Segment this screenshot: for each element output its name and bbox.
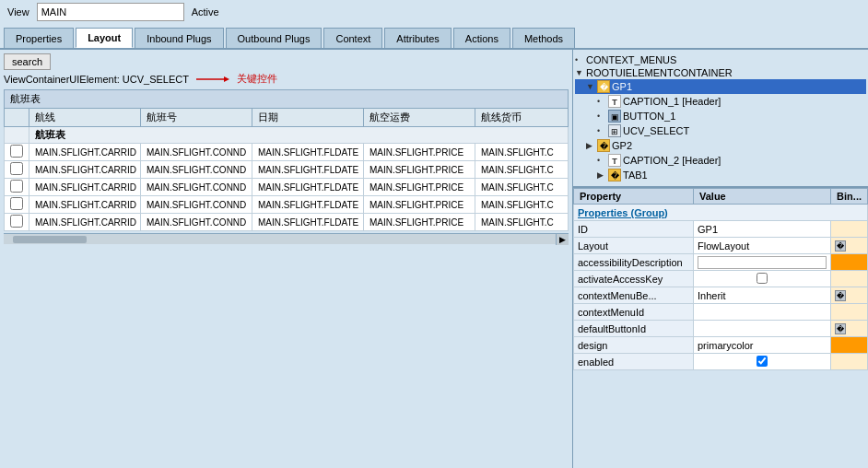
table-row: MAIN.SFLIGHT.CARRIDMAIN.SFLIGHT.CONNDMAI… bbox=[5, 179, 569, 196]
top-bar: View Active bbox=[0, 0, 868, 24]
prop-name: accessibilityDescription bbox=[574, 254, 694, 271]
row-checkbox[interactable] bbox=[10, 145, 23, 158]
prop-group-label: Properties (Group) bbox=[574, 205, 868, 221]
prop-row: contextMenuId bbox=[574, 304, 868, 321]
row-checkbox[interactable] bbox=[10, 215, 23, 228]
prop-row: IDGP1 bbox=[574, 221, 868, 238]
tree-expand-arrow: • bbox=[597, 156, 608, 165]
prop-value bbox=[694, 304, 831, 321]
tab-outbound-plugs[interactable]: Outbound Plugs bbox=[226, 28, 323, 48]
tree-item[interactable]: ▶ � GP2 bbox=[575, 138, 866, 153]
table-cell: MAIN.SFLIGHT.C bbox=[475, 144, 568, 161]
tree-item[interactable]: • CONTEXT_MENUS bbox=[575, 53, 866, 66]
prop-name: activateAccessKey bbox=[574, 271, 694, 287]
props-col-value: Value bbox=[694, 189, 831, 205]
table-cell: MAIN.SFLIGHT.PRICE bbox=[363, 196, 475, 214]
folder-icon: � bbox=[597, 139, 610, 152]
data-table: 航线 航班号 日期 航空运费 航线货币 航班表 MAIN.SFLIGHT.CAR… bbox=[4, 108, 569, 231]
tree-item[interactable]: ▶ � TAB1 bbox=[575, 168, 866, 182]
prop-bind-icon[interactable]: � bbox=[835, 323, 846, 334]
prop-bind-icon[interactable]: � bbox=[835, 290, 846, 301]
tab-attributes[interactable]: Attributes bbox=[384, 28, 451, 48]
tree-expand-arrow[interactable]: ▼ bbox=[586, 82, 597, 91]
table-cell: MAIN.SFLIGHT.FLDATE bbox=[252, 214, 363, 231]
left-panel: search ViewContainerUIElement: UCV_SELEC… bbox=[0, 50, 573, 468]
prop-row: defaultButtonId� bbox=[574, 321, 868, 337]
scroll-right-arrow[interactable]: ▶ bbox=[556, 234, 569, 245]
tree-container: • CONTEXT_MENUS▼ ROOTUIELEMENTCONTAINER▼… bbox=[575, 53, 866, 182]
tree-section: • CONTEXT_MENUS▼ ROOTUIELEMENTCONTAINER▼… bbox=[573, 50, 868, 188]
tree-item-label: CAPTION_1 [Header] bbox=[623, 96, 721, 107]
right-panel: • CONTEXT_MENUS▼ ROOTUIELEMENTCONTAINER▼… bbox=[573, 50, 868, 468]
tree-item[interactable]: • ⊞ UCV_SELECT bbox=[575, 123, 866, 138]
horizontal-scrollbar[interactable]: ▶ bbox=[4, 233, 569, 244]
row-checkbox[interactable] bbox=[10, 180, 23, 193]
tree-expand-arrow[interactable]: ▼ bbox=[575, 68, 586, 77]
tab-context[interactable]: Context bbox=[323, 28, 382, 48]
table-cell: MAIN.SFLIGHT.CARRID bbox=[29, 144, 141, 161]
table-cell: MAIN.SFLIGHT.PRICE bbox=[363, 214, 475, 231]
prop-value: Inherit bbox=[694, 287, 831, 304]
button-icon: ▣ bbox=[608, 110, 621, 123]
tree-item-label: GP1 bbox=[612, 81, 632, 92]
tree-item[interactable]: ▼ ROOTUIELEMENTCONTAINER bbox=[575, 66, 866, 79]
table-cell: MAIN.SFLIGHT.C bbox=[475, 179, 568, 196]
prop-checkbox[interactable] bbox=[757, 273, 768, 284]
col-checkbox-header bbox=[5, 109, 29, 127]
tree-item[interactable]: • T CAPTION_2 [Header] bbox=[575, 153, 866, 168]
tab-properties[interactable]: Properties bbox=[4, 28, 74, 48]
row-checkbox[interactable] bbox=[10, 197, 23, 210]
folder-icon: � bbox=[597, 80, 610, 93]
prop-input[interactable] bbox=[698, 256, 827, 269]
tree-expand-arrow[interactable]: ▶ bbox=[597, 170, 608, 180]
arrow-icon bbox=[194, 73, 231, 86]
tree-item-label: TAB1 bbox=[623, 170, 648, 181]
prop-bind-icon[interactable]: � bbox=[835, 240, 846, 252]
prop-bind-cell: � bbox=[831, 287, 868, 304]
tab-methods[interactable]: Methods bbox=[512, 28, 575, 48]
prop-name: contextMenuId bbox=[574, 304, 694, 321]
tab-actions[interactable]: Actions bbox=[453, 28, 510, 48]
table-cell: MAIN.SFLIGHT.FLDATE bbox=[252, 161, 363, 179]
tree-expand-arrow: • bbox=[597, 126, 608, 135]
prop-name: ID bbox=[574, 221, 694, 238]
tab-layout[interactable]: Layout bbox=[76, 28, 133, 48]
row-checkbox[interactable] bbox=[10, 162, 23, 175]
prop-value bbox=[694, 271, 831, 287]
table-cell: MAIN.SFLIGHT.CONND bbox=[140, 196, 252, 214]
scroll-thumb[interactable] bbox=[13, 236, 87, 243]
tree-item-label: CAPTION_2 [Header] bbox=[623, 155, 721, 166]
prop-checkbox-checked[interactable] bbox=[757, 356, 768, 367]
table-cell: MAIN.SFLIGHT.CARRID bbox=[29, 161, 141, 179]
props-col-bind: Bin... bbox=[831, 189, 868, 205]
view-container-text: ViewContainerUIElement: UCV_SELECT bbox=[4, 74, 189, 85]
table-row: MAIN.SFLIGHT.CARRIDMAIN.SFLIGHT.CONNDMAI… bbox=[5, 214, 569, 231]
table-cell: MAIN.SFLIGHT.CONND bbox=[140, 161, 252, 179]
table-cell: MAIN.SFLIGHT.PRICE bbox=[363, 179, 475, 196]
tree-expand-arrow[interactable]: ▶ bbox=[586, 141, 597, 150]
props-col-property: Property bbox=[574, 189, 694, 205]
tree-expand-arrow: • bbox=[597, 111, 608, 121]
sub-header-check bbox=[5, 127, 29, 144]
tab-inbound-plugs[interactable]: Inbound Plugs bbox=[135, 28, 223, 48]
prop-row: accessibilityDescription bbox=[574, 254, 868, 271]
tree-item-label: UCV_SELECT bbox=[623, 125, 689, 136]
prop-row: designprimarycolor bbox=[574, 337, 868, 354]
table-cell: MAIN.SFLIGHT.C bbox=[475, 161, 568, 179]
search-button[interactable]: search bbox=[4, 53, 51, 70]
table-title-bar: 航班表 bbox=[4, 89, 569, 108]
table-cell: MAIN.SFLIGHT.CONND bbox=[140, 179, 252, 196]
prop-bind-cell: � bbox=[831, 321, 868, 337]
table-row: MAIN.SFLIGHT.CARRIDMAIN.SFLIGHT.CONNDMAI… bbox=[5, 144, 569, 161]
view-input[interactable] bbox=[37, 3, 184, 21]
props-table: Property Value Bin... Properties (Group)… bbox=[573, 188, 868, 370]
prop-bind-cell bbox=[831, 354, 868, 370]
tree-item[interactable]: • ▣ BUTTON_1 bbox=[575, 109, 866, 123]
key-control-label: 关键控件 bbox=[237, 72, 277, 86]
tree-item[interactable]: ▼ � GP1 bbox=[575, 79, 866, 94]
tree-item[interactable]: • T CAPTION_1 [Header] bbox=[575, 94, 866, 109]
table-container: 航班表 航线 航班号 日期 航空运费 航线货币 航班表 bbox=[4, 89, 569, 231]
table-cell: MAIN.SFLIGHT.CONND bbox=[140, 144, 252, 161]
active-label: Active bbox=[192, 6, 219, 18]
table-cell: MAIN.SFLIGHT.FLDATE bbox=[252, 179, 363, 196]
